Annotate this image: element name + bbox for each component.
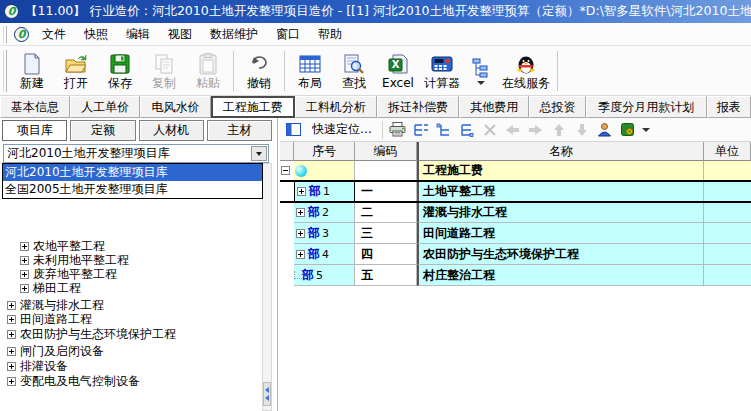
toolbar-separator xyxy=(233,51,234,91)
tab-construction-cost[interactable]: 工程施工费 xyxy=(211,96,295,118)
tab-quota[interactable]: 定额 xyxy=(70,120,135,141)
row-name: 农田防护与生态环境保护工程 xyxy=(417,244,704,265)
online-service-button[interactable]: 在线服务 xyxy=(498,48,554,94)
expand-plus-icon[interactable] xyxy=(20,284,29,293)
tab-project-library[interactable]: 项目库 xyxy=(2,120,67,141)
column-header-seq[interactable]: 序号 xyxy=(294,142,355,161)
copy-button: 复制 xyxy=(142,48,186,94)
quick-locate-button[interactable]: 快速定位… xyxy=(308,120,376,139)
expand-all-levels-icon[interactable] xyxy=(412,121,429,138)
table-row[interactable]: 部 5 五 村庄整治工程 xyxy=(280,265,751,286)
table-row[interactable]: 部 1 一 土地平整工程 xyxy=(280,181,751,202)
menu-help[interactable]: 帮助 xyxy=(309,24,351,45)
service-book-icon[interactable] xyxy=(619,121,636,138)
expand-plus-icon[interactable] xyxy=(7,315,16,324)
new-button[interactable]: 新建 xyxy=(10,48,54,94)
tab-labor-price[interactable]: 人工单价 xyxy=(70,96,140,118)
toolbar-grip[interactable] xyxy=(2,50,7,92)
expand-plus-icon[interactable] xyxy=(296,208,305,217)
menu-snapshot[interactable]: 快照 xyxy=(75,24,117,45)
collapse-minus-icon[interactable] xyxy=(281,166,290,175)
tree-view-dropdown-caret[interactable] xyxy=(477,81,485,85)
tab-relocation-compensation[interactable]: 拆迁补偿费 xyxy=(377,96,459,118)
scrollbar-thumb[interactable] xyxy=(263,382,271,406)
menu-view[interactable]: 视图 xyxy=(159,24,201,45)
tree-item[interactable]: 排灌设备 xyxy=(7,359,68,374)
tab-labor-material-machine[interactable]: 人材机 xyxy=(139,120,204,141)
dropdown-option[interactable]: 河北2010土地开发整理项目库 xyxy=(3,164,262,181)
library-panel: 项目库 定额 人材机 主材 河北2010土地开发整理项目库 农地平整工程 未利用… xyxy=(0,118,278,411)
toolbar-grip[interactable] xyxy=(2,26,7,43)
tree-item[interactable]: 田间道路工程 xyxy=(7,312,92,327)
panel-columns-icon[interactable] xyxy=(285,121,302,138)
table-row[interactable]: 部 4 四 农田防护与生态环境保护工程 xyxy=(280,244,751,265)
find-button[interactable]: 查找 xyxy=(332,48,376,94)
expand-plus-icon[interactable] xyxy=(297,187,306,196)
tree-item[interactable]: 闸门及启闭设备 xyxy=(7,344,104,359)
combobox-dropdown-button[interactable] xyxy=(251,146,267,161)
tree-item[interactable]: 变配电及电气控制设备 xyxy=(7,374,140,389)
expand-plus-icon[interactable] xyxy=(7,330,16,339)
svg-text:X: X xyxy=(392,59,400,70)
menu-data-maintenance[interactable]: 数据维护 xyxy=(201,24,267,45)
excel-icon: X xyxy=(387,53,409,75)
paste-icon xyxy=(197,53,219,75)
row-seq-num: 4 xyxy=(322,248,329,261)
expand-plus-icon[interactable] xyxy=(296,229,305,238)
tab-basic-info[interactable]: 基本信息 xyxy=(0,96,70,118)
expand-plus-icon[interactable] xyxy=(7,301,16,310)
new-document-icon xyxy=(21,53,43,75)
expand-plus-icon[interactable] xyxy=(7,377,16,386)
user-icon[interactable] xyxy=(596,121,613,138)
expand-plus-icon[interactable] xyxy=(20,256,29,265)
calculator-button[interactable]: 计算器 xyxy=(420,48,464,94)
toolbar-separator xyxy=(284,51,285,91)
open-button[interactable]: 打开 xyxy=(54,48,98,94)
app-logo-icon: 0 xyxy=(14,27,29,42)
table-row[interactable]: 部 2 二 灌溉与排水工程 xyxy=(280,202,751,223)
tab-reports[interactable]: 报表 xyxy=(707,96,751,118)
tab-main-material[interactable]: 主材 xyxy=(207,120,272,141)
undo-button[interactable]: 撤销 xyxy=(237,48,281,94)
tree-item[interactable]: 梯田工程 xyxy=(20,281,81,296)
chevron-down-icon xyxy=(256,152,262,156)
toolbar-button-label: 保存 xyxy=(108,77,132,89)
expand-plus-icon[interactable] xyxy=(20,242,29,251)
row-seq-num: 3 xyxy=(322,227,329,240)
row-unit xyxy=(704,223,751,244)
expand-plus-icon[interactable] xyxy=(296,250,305,259)
tab-resource-analysis[interactable]: 工料机分析 xyxy=(295,96,377,118)
more-tools-caret[interactable] xyxy=(642,128,650,132)
expand-plus-icon[interactable] xyxy=(7,347,16,356)
grid-summary-row[interactable]: 工程施工费 xyxy=(280,161,751,181)
summary-row-name: 工程施工费 xyxy=(417,161,704,181)
expand-level-icon[interactable] xyxy=(435,121,452,138)
row-name: 村庄整治工程 xyxy=(417,265,704,286)
move-left-icon xyxy=(504,121,521,138)
tab-other-costs[interactable]: 其他费用 xyxy=(459,96,529,118)
column-header-name[interactable]: 名称 xyxy=(417,142,704,161)
column-header-unit[interactable]: 单位 xyxy=(704,142,751,161)
excel-button[interactable]: X Excel xyxy=(376,48,420,94)
dropdown-option[interactable]: 全国2005土地开发整理项目库 xyxy=(3,181,262,198)
expand-plus-icon[interactable] xyxy=(20,270,29,279)
delete-x-icon xyxy=(481,121,498,138)
tree-scrollbar[interactable] xyxy=(262,163,272,411)
menu-window[interactable]: 窗口 xyxy=(267,24,309,45)
column-header-code[interactable]: 编码 xyxy=(355,142,417,161)
print-icon[interactable] xyxy=(389,121,406,138)
library-combobox[interactable]: 河北2010土地开发整理项目库 xyxy=(3,144,269,163)
save-button[interactable]: 保存 xyxy=(98,48,142,94)
menu-edit[interactable]: 编辑 xyxy=(117,24,159,45)
tab-total-investment[interactable]: 总投资 xyxy=(529,96,586,118)
tree-item[interactable]: 农田防护与生态环境保护工程 xyxy=(7,327,176,342)
collapse-level-icon[interactable] xyxy=(458,121,475,138)
expand-plus-icon[interactable] xyxy=(7,362,16,371)
tab-quarterly-payment-plan[interactable]: 季度分月用款计划 xyxy=(586,96,707,118)
tree-view-button[interactable] xyxy=(464,48,498,94)
layout-button[interactable]: 布局 xyxy=(288,48,332,94)
tab-utility-price[interactable]: 电风水价 xyxy=(140,96,210,118)
menu-file[interactable]: 文件 xyxy=(33,24,75,45)
tree-view-icon xyxy=(470,57,492,79)
table-row[interactable]: 部 3 三 田间道路工程 xyxy=(280,223,751,244)
